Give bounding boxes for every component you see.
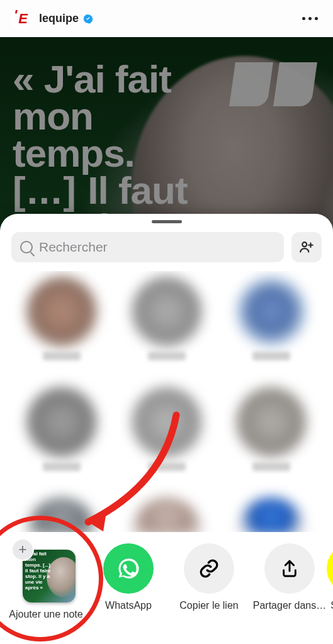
contact-name bbox=[148, 352, 186, 360]
share-contact[interactable] bbox=[18, 276, 106, 360]
share-more[interactable]: Partager dans… bbox=[249, 535, 330, 644]
link-icon bbox=[184, 543, 234, 594]
share-contacts-grid bbox=[0, 271, 333, 532]
share-snapchat[interactable]: Snapchat bbox=[330, 535, 333, 644]
share-contact[interactable] bbox=[227, 387, 315, 471]
share-contact[interactable] bbox=[227, 276, 315, 360]
account-username[interactable]: lequipe bbox=[39, 12, 79, 25]
add-people-icon bbox=[298, 239, 315, 255]
logo-letter: E bbox=[18, 12, 28, 26]
avatar bbox=[236, 276, 307, 347]
share-copy-link[interactable]: Copier le lien bbox=[169, 535, 249, 644]
contact-name bbox=[252, 352, 290, 360]
search-icon bbox=[20, 241, 33, 253]
avatar bbox=[132, 276, 202, 347]
create-group-button[interactable] bbox=[291, 232, 322, 262]
contact-name bbox=[252, 462, 290, 471]
share-contact[interactable] bbox=[227, 497, 315, 532]
whatsapp-icon bbox=[103, 543, 154, 594]
share-label: Copier le lien bbox=[179, 600, 238, 623]
contact-name bbox=[43, 352, 81, 360]
share-contact[interactable] bbox=[123, 276, 211, 360]
avatar bbox=[236, 387, 307, 457]
share-label: WhatsApp bbox=[105, 600, 152, 623]
avatar bbox=[132, 497, 202, 532]
share-icon bbox=[264, 543, 315, 594]
share-label: Snapchat bbox=[330, 600, 333, 623]
contact-name bbox=[43, 462, 81, 471]
share-contact[interactable] bbox=[123, 497, 211, 532]
share-contact[interactable] bbox=[18, 387, 106, 471]
avatar bbox=[26, 276, 97, 347]
search-input[interactable]: Rechercher bbox=[11, 232, 284, 262]
sheet-grabber[interactable] bbox=[152, 220, 182, 223]
share-contact[interactable] bbox=[123, 387, 211, 471]
avatar bbox=[236, 497, 307, 532]
logo-apostrophe: ' bbox=[14, 7, 17, 23]
account-avatar[interactable]: 'E bbox=[10, 8, 33, 30]
more-options-button[interactable] bbox=[297, 12, 323, 25]
verified-badge-icon bbox=[82, 13, 94, 25]
avatar bbox=[132, 387, 202, 457]
story-header: 'E lequipe bbox=[0, 0, 333, 37]
svg-point-0 bbox=[302, 242, 307, 247]
contact-name bbox=[148, 462, 186, 471]
search-placeholder: Rechercher bbox=[39, 240, 108, 255]
share-label: Partager dans… bbox=[253, 600, 327, 623]
avatar bbox=[26, 387, 97, 457]
